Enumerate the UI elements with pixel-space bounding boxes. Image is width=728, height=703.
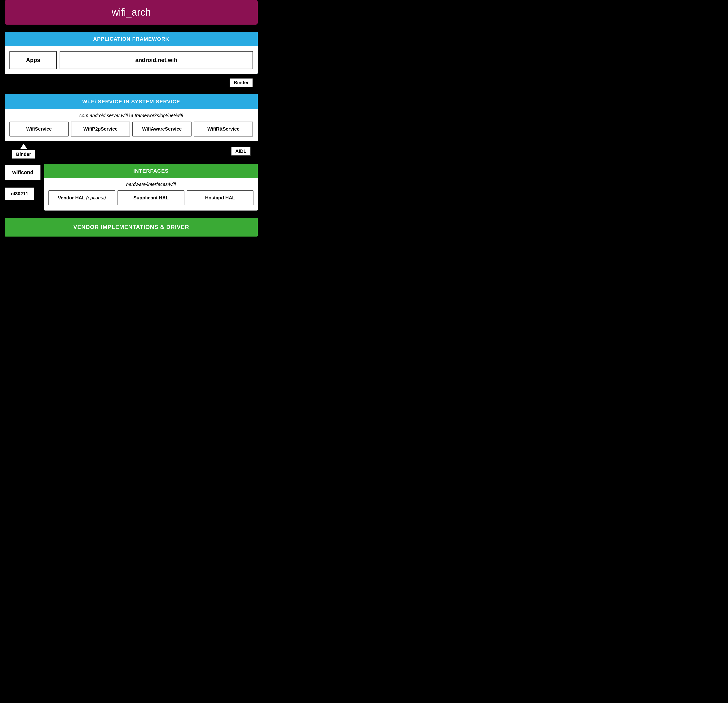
interfaces-path: hardware/interfaces/wifi [48,182,253,187]
supplicant-hal-box: Supplicant HAL [117,190,184,205]
nl80211-box: nl80211 [5,187,34,200]
binder-top-label: Binder [230,78,253,87]
title-bar: wifi_arch [5,0,258,25]
wificond-box: wificond [5,165,41,180]
wifip2p-service-box: WifiP2pService [71,122,130,136]
wifi-service-box: WifiService [9,122,69,136]
vendor-hal-box: Vendor HAL (optional) [48,190,115,205]
arrow-up-icon [20,143,27,149]
android-wifi-box: android.net.wifi [59,51,253,69]
aidl-label: AIDL [231,147,251,156]
app-framework-section: APPLICATION FRAMEWORK Apps android.net.w… [5,32,258,74]
vendor-bar: VENDOR IMPLEMENTATIONS & DRIVER [5,218,258,237]
wifirtt-service-box: WifiRttService [194,122,253,136]
wifi-service-section: Wi-Fi SERVICE IN SYSTEM SERVICE com.andr… [5,94,258,141]
wifi-service-path: com.android.server.wifi in frameworks/op… [9,113,253,118]
binder-left-label: Binder [12,150,35,159]
wifiaware-service-box: WifiAwareService [132,122,192,136]
interfaces-panel: INTERFACES hardware/interfaces/wifi Vend… [44,164,258,211]
app-framework-header: APPLICATION FRAMEWORK [5,32,258,46]
interfaces-header: INTERFACES [44,164,258,178]
hostapd-hal-box: Hostapd HAL [187,190,253,205]
page-title: wifi_arch [111,7,151,18]
wifi-service-header: Wi-Fi SERVICE IN SYSTEM SERVICE [5,94,258,109]
apps-box: Apps [9,51,57,69]
